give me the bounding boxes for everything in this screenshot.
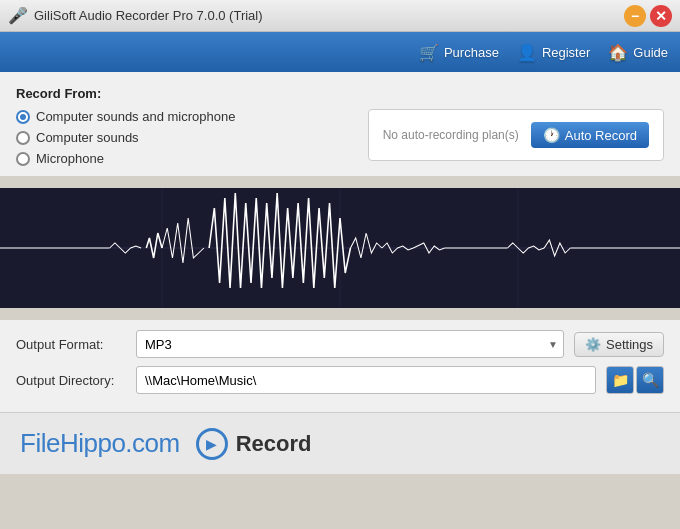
clock-icon: 🕐 bbox=[543, 127, 560, 143]
title-bar: 🎤 GiliSoft Audio Recorder Pro 7.0.0 (Tri… bbox=[0, 0, 680, 32]
radio-label-microphone: Microphone bbox=[36, 151, 104, 166]
bottom-bar: FileHippo.com ▶ Record bbox=[0, 412, 680, 474]
purchase-label: Purchase bbox=[444, 45, 499, 60]
browse-folder-button[interactable]: 📁 bbox=[606, 366, 634, 394]
radio-group: Computer sounds and microphone Computer … bbox=[16, 109, 348, 166]
record-label: Record bbox=[236, 431, 312, 457]
search-directory-button[interactable]: 🔍 bbox=[636, 366, 664, 394]
auto-record-status: No auto-recording plan(s) bbox=[383, 128, 519, 142]
brand-text: FileHippo.com bbox=[20, 428, 180, 459]
output-format-label: Output Format: bbox=[16, 337, 126, 352]
auto-record-button[interactable]: 🕐 Auto Record bbox=[531, 122, 649, 148]
directory-buttons: 📁 🔍 bbox=[606, 366, 664, 394]
title-bar-left: 🎤 GiliSoft Audio Recorder Pro 7.0.0 (Tri… bbox=[8, 6, 263, 25]
radio-label-computer: Computer sounds bbox=[36, 130, 139, 145]
close-button[interactable]: ✕ bbox=[650, 5, 672, 27]
minimize-button[interactable]: − bbox=[624, 5, 646, 27]
purchase-icon: 🛒 bbox=[419, 43, 439, 62]
brand-gray: Hippo.com bbox=[60, 428, 180, 458]
output-directory-row: Output Directory: 📁 🔍 bbox=[16, 366, 664, 394]
settings-label: Settings bbox=[606, 337, 653, 352]
nav-item-guide[interactable]: 🏠 Guide bbox=[608, 43, 668, 62]
app-title: GiliSoft Audio Recorder Pro 7.0.0 (Trial… bbox=[34, 8, 263, 23]
radio-computer[interactable]: Computer sounds bbox=[16, 130, 348, 145]
radio-microphone[interactable]: Microphone bbox=[16, 151, 348, 166]
auto-record-btn-label: Auto Record bbox=[565, 128, 637, 143]
output-format-row: Output Format: MP3WAVWMAAACOGGFLAC ▼ ⚙️ … bbox=[16, 330, 664, 358]
output-directory-label: Output Directory: bbox=[16, 373, 126, 388]
search-icon: 🔍 bbox=[642, 372, 659, 388]
register-icon: 👤 bbox=[517, 43, 537, 62]
guide-icon: 🏠 bbox=[608, 43, 628, 62]
radio-label-computer-mic: Computer sounds and microphone bbox=[36, 109, 235, 124]
brand-blue: File bbox=[20, 428, 60, 458]
nav-bar: 🛒 Purchase 👤 Register 🏠 Guide bbox=[0, 32, 680, 72]
title-bar-controls: − ✕ bbox=[624, 5, 672, 27]
waveform-svg bbox=[0, 188, 680, 308]
record-play-icon: ▶ bbox=[196, 428, 228, 460]
folder-icon: 📁 bbox=[612, 372, 629, 388]
record-options: Computer sounds and microphone Computer … bbox=[16, 109, 664, 166]
output-section: Output Format: MP3WAVWMAAACOGGFLAC ▼ ⚙️ … bbox=[0, 320, 680, 412]
radio-dot-computer bbox=[16, 131, 30, 145]
format-select[interactable]: MP3WAVWMAAACOGGFLAC bbox=[136, 330, 564, 358]
record-button[interactable]: ▶ Record bbox=[196, 428, 312, 460]
auto-record-box: No auto-recording plan(s) 🕐 Auto Record bbox=[368, 109, 664, 161]
waveform-container bbox=[0, 188, 680, 308]
radio-dot-computer-mic bbox=[16, 110, 30, 124]
nav-item-register[interactable]: 👤 Register bbox=[517, 43, 590, 62]
mic-icon: 🎤 bbox=[8, 6, 28, 25]
radio-computer-mic[interactable]: Computer sounds and microphone bbox=[16, 109, 348, 124]
nav-item-purchase[interactable]: 🛒 Purchase bbox=[419, 43, 499, 62]
record-from-label: Record From: bbox=[16, 86, 664, 101]
settings-button[interactable]: ⚙️ Settings bbox=[574, 332, 664, 357]
radio-dot-microphone bbox=[16, 152, 30, 166]
guide-label: Guide bbox=[633, 45, 668, 60]
directory-input[interactable] bbox=[136, 366, 596, 394]
format-select-wrapper: MP3WAVWMAAACOGGFLAC ▼ bbox=[136, 330, 564, 358]
gear-icon: ⚙️ bbox=[585, 337, 601, 352]
register-label: Register bbox=[542, 45, 590, 60]
main-content: Record From: Computer sounds and microph… bbox=[0, 72, 680, 176]
